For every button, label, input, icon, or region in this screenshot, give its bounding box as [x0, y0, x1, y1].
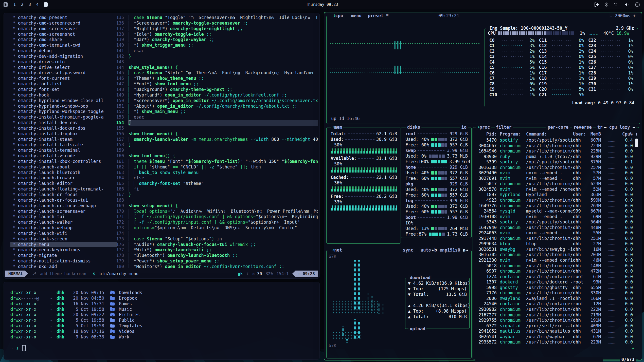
process-row[interactable]: 1647940chromium/usr/lib/chromium/chromdh…: [474, 225, 633, 231]
process-row[interactable]: 1274containe/usr/bin/containerdroot61M………: [474, 274, 633, 280]
process-row[interactable]: 4923chromium/usr/lib/chromium/chromdhh59…: [474, 198, 633, 203]
proc-sort-selector[interactable]: ← cpu lazy →: [603, 125, 636, 130]
process-row[interactable]: 2941052nautilus/usr/bin/nautilus --gapdh…: [474, 329, 633, 334]
file-item[interactable]: *omarchy-menu-keybindings: [10, 247, 117, 253]
workspace-4[interactable]: 4: [36, 2, 39, 7]
process-row[interactable]: 24564mysqldmysqld --max-connection999667…: [474, 208, 633, 214]
process-row[interactable]: 3016305chromium/usr/lib/chromium/chromdh…: [474, 252, 633, 258]
file-item[interactable]: *omarchy-launch-floating-terminal-: [10, 186, 117, 192]
directory-row[interactable]: drwxr-xr-x-dhh20 Nov 09:15↓Downloads: [10, 290, 315, 296]
workspace-3[interactable]: 3: [29, 2, 31, 7]
file-item[interactable]: *omarchy-cmd-screenrecord: [10, 21, 117, 26]
file-item[interactable]: *omarchy-font-current: [10, 76, 117, 81]
net-sync-button[interactable]: sync: [402, 247, 415, 253]
process-row[interactable]: 3026541waybar/usr/bin/waybardhh67M………0.0: [474, 334, 633, 340]
net-interface-selector[interactable]: ←b enp191s0 n→: [431, 247, 469, 253]
code-pane[interactable]: ▏ case $(menu "Toggle" "▢ Screensaver\n◑…: [129, 15, 318, 268]
process-row[interactable]: 1897HyprlandHyprlanddhh363M………0.0: [474, 192, 633, 198]
process-row[interactable]: 5998ghostty/usr/bin/ghostty --gtk-dhh655…: [474, 285, 633, 291]
file-item[interactable]: *omarchy-font-set: [10, 87, 117, 92]
file-item[interactable]: *omarchy-debug: [10, 48, 117, 54]
file-item[interactable]: *omarchy-menu: [10, 242, 117, 247]
file-item[interactable]: *omarchy-launch-browser: [10, 175, 117, 181]
directory-row[interactable]: drwxr-xr-x-dhh5 Oct 19:58Public: [10, 318, 315, 323]
process-row[interactable]: 98930rubypuma 7.1.0 (tcp://localdhh929M……: [474, 154, 633, 160]
chip-icon[interactable]: [635, 2, 640, 7]
process-row[interactable]: 5343spotify/opt/spotify/spotifydhh564M………: [474, 219, 633, 225]
file-item[interactable]: *omarchy-cmd-present: [10, 15, 117, 21]
file-item[interactable]: *omarchy-launch-editor: [10, 181, 117, 186]
process-row[interactable]: 2935572chromium/usr/lib/chromium/chromdh…: [474, 339, 633, 345]
shell-prompt[interactable]: ~ ❯: [10, 345, 26, 351]
file-item[interactable]: *omarchy-hyprland-window-close-all: [10, 98, 117, 104]
process-row[interactable]: 2006XwaylandXwayland :1 -rootless -dhh16…: [474, 296, 633, 301]
directory-row[interactable]: drwxr-xr-x-dhh5 Oct 19:58Templates: [10, 323, 315, 329]
file-item[interactable]: *omarchy-drive-set-password: [10, 70, 117, 76]
process-row[interactable]: 3029490nvimnvim --embed .dhh57M………0.0: [474, 170, 633, 176]
process-table-header[interactable]: Pid:Program:Command:User:MemBCpu% ↑: [474, 131, 633, 137]
logout-icon[interactable]: [594, 2, 599, 7]
file-item[interactable]: *omarchy-lock-screen: [10, 236, 117, 242]
process-row[interactable]: 1654946chromium/usr/lib/chromium/chromdh…: [474, 148, 633, 154]
file-item[interactable]: *omarchy-notification-dismiss: [10, 258, 117, 264]
active-workspace-indicator[interactable]: [44, 2, 48, 7]
process-row[interactable]: 6772signal-d/proc/self/exe --type=rdhh40…: [474, 323, 633, 329]
cpu-preset-button[interactable]: preset *: [367, 13, 390, 18]
file-item[interactable]: *omarchy-hook: [10, 92, 117, 98]
directory-row[interactable]: drwxr-xr-x-dhh5 Oct 19:58♪Music: [10, 307, 315, 312]
bluetooth-icon[interactable]: [605, 2, 608, 7]
io-tab[interactable]: io: [460, 125, 468, 130]
file-item[interactable]: *omarchy-install-tailscale: [10, 142, 117, 148]
proc-scrollbar-thumb[interactable]: [635, 139, 638, 147]
process-row[interactable]: 2999634btopbtopdhh27M………0.0: [474, 241, 633, 247]
file-item[interactable]: *omarchy-hyprland-window-pop: [10, 104, 117, 109]
file-item[interactable]: *omarchy-font-list: [10, 81, 117, 87]
process-row[interactable]: 3026531swaybg/usr/bin/swaybg -i /homdhh1…: [474, 247, 633, 252]
proc-percore-toggle[interactable]: per-core: [546, 125, 570, 130]
process-row[interactable]: 2917448chromium/usr/lib/chromium/chromdh…: [474, 236, 633, 241]
file-item[interactable]: *omarchy-launch-tui: [10, 214, 117, 220]
proc-reverse-toggle[interactable]: reverse: [572, 125, 593, 130]
process-row[interactable]: 3016338chromium/usr/lib/chromium/chromdh…: [474, 165, 633, 170]
file-item[interactable]: *omarchy-hyprland-workspace-toggle: [10, 109, 117, 115]
file-item[interactable]: *omarchy-install-docker-dbs: [10, 126, 117, 131]
file-item[interactable]: *omarchy-install-steam: [10, 137, 117, 142]
file-item[interactable]: *omarchy-launch-walker: [10, 220, 117, 225]
process-row[interactable]: 5470spotify/opt/spotify/spotify --dhh607…: [474, 138, 633, 143]
file-item[interactable]: *omarchy-launch-screensaver: [10, 209, 117, 214]
process-row[interactable]: 7176chromium/usr/lib/chromium/chromdhh33…: [474, 290, 633, 296]
process-row[interactable]: 1930108nvimnvim --embed .dhh69M………0.0: [474, 214, 633, 220]
file-item[interactable]: *omarchy-pkg-add: [10, 264, 117, 268]
process-row[interactable]: 1307dockerd/usr/bin/dockerd -H fd:root93…: [474, 279, 633, 285]
process-row[interactable]: 5018chromium/usr/lib/chromium/chromdhh14…: [474, 263, 633, 269]
file-item[interactable]: *omarchy-cmd-share: [10, 37, 117, 43]
process-row[interactable]: 3027691nvimnvim --embed .dhh57M………0.0: [474, 176, 633, 181]
process-row[interactable]: 2924063nvimnvim --embed .dhh55M………0.0: [474, 230, 633, 236]
directory-row[interactable]: drwxr-xr-x-dhh9 Nov 08:33Work: [10, 334, 315, 340]
file-item[interactable]: *omarchy-launch-or-focus-tui: [10, 198, 117, 203]
process-row[interactable]: 24540containe/usr/bin/containerd-shiroot…: [474, 301, 633, 307]
file-item[interactable]: *omarchy-launch-wifi: [10, 231, 117, 236]
file-list-pane[interactable]: *omarchy-cmd-present*omarchy-cmd-screenr…: [10, 15, 117, 268]
file-item[interactable]: *omarchy-drive-select: [10, 65, 117, 70]
process-row[interactable]: 3024578nvimnvim --embed /home/dhh/dhh52M…: [474, 187, 633, 192]
file-item[interactable]: *omarchy-drive-info: [10, 59, 117, 65]
process-row[interactable]: 2929755chromium/usr/lib/chromium/chromdh…: [474, 318, 633, 323]
file-item[interactable]: *omarchy-launch-or-focus: [10, 192, 117, 198]
file-item[interactable]: *omarchy-launch-about: [10, 164, 117, 170]
process-row[interactable]: 2921330nvimnvim --embed config.jsodhh46M…: [474, 258, 633, 263]
file-item[interactable]: *omarchy-launch-bluetooth: [10, 170, 117, 176]
file-item[interactable]: *omarchy-install-chromium-google-a: [10, 115, 117, 120]
file-item[interactable]: *omarchy-install-xbox-controllers: [10, 159, 117, 164]
file-item[interactable]: *omarchy-cmd-screensaver: [10, 26, 117, 32]
volume-icon[interactable]: [624, 2, 629, 7]
app-launcher-icon[interactable]: [4, 2, 8, 7]
process-row[interactable]: 2167277chromium/usr/lib/chromium/chromdh…: [474, 312, 633, 318]
workspace-1[interactable]: 1: [13, 2, 16, 7]
directory-row[interactable]: drwx------@-dhh20 Nov 04:50Dropbox: [10, 296, 315, 301]
cpu-menu-button[interactable]: menu: [350, 13, 363, 18]
directory-row[interactable]: drwxr-xr-x-dhh16 Nov 15:31Games: [10, 301, 315, 307]
directory-row[interactable]: drwxr-xr-x-dhh20 Nov 09:22▴Pictures: [10, 312, 315, 318]
process-row[interactable]: 5017chromium/usr/lib/chromium/chromdhh62…: [474, 181, 633, 187]
file-item[interactable]: *omarchy-install-vscode: [10, 153, 117, 159]
